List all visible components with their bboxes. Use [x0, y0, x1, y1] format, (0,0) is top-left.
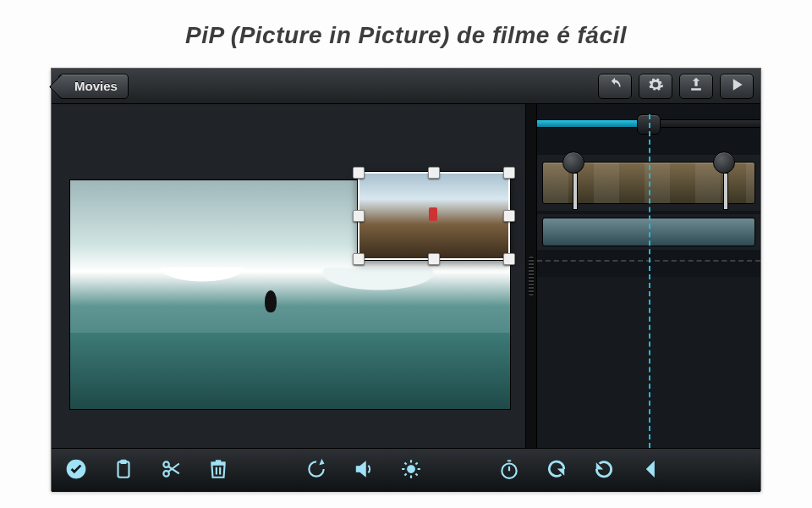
svg-rect-2 [121, 460, 127, 463]
redo-icon [546, 458, 568, 483]
bottom-toolbar [52, 448, 760, 492]
trash-icon [207, 458, 229, 483]
resize-handle-mr[interactable] [503, 210, 515, 222]
preview-pane [52, 104, 525, 448]
surfer-graphic [265, 290, 277, 312]
undo-icon [606, 76, 623, 97]
rotate-button[interactable] [304, 458, 329, 483]
brightness-button[interactable] [398, 458, 424, 483]
resize-handle-ml[interactable] [353, 210, 365, 222]
play-icon [728, 76, 745, 97]
svg-rect-1 [118, 461, 129, 477]
undo-loop-icon [593, 458, 615, 483]
scissors-icon [160, 458, 182, 483]
main-area [52, 104, 760, 448]
stopwatch-icon [498, 458, 520, 483]
resize-handle-tr[interactable] [503, 167, 515, 179]
brightness-icon [400, 458, 422, 483]
resize-handle-br[interactable] [503, 253, 515, 265]
svg-point-5 [408, 465, 415, 472]
back-button[interactable]: Movies [58, 74, 129, 99]
volume-button[interactable] [351, 458, 376, 483]
settings-button[interactable] [639, 74, 672, 99]
undo-button[interactable] [598, 74, 632, 99]
more-button[interactable] [639, 458, 664, 483]
delete-button[interactable] [206, 458, 231, 483]
check-circle-icon [65, 458, 87, 483]
pip-overlay[interactable] [358, 172, 510, 260]
resize-handle-bm[interactable] [428, 253, 440, 265]
timer-button[interactable] [497, 458, 522, 483]
divider-grip-icon [529, 257, 534, 295]
pane-divider[interactable] [525, 104, 537, 448]
top-toolbar: Movies [52, 69, 760, 104]
playhead[interactable] [649, 114, 650, 448]
redo-button[interactable] [544, 458, 569, 483]
wave-graphic [70, 268, 510, 318]
resize-handle-tl[interactable] [353, 167, 365, 179]
timeline-pane [537, 104, 760, 448]
copy-button[interactable] [111, 458, 136, 483]
resize-handle-tm[interactable] [428, 167, 440, 179]
clipboard-icon [112, 458, 134, 483]
undo-loop-button[interactable] [591, 458, 617, 483]
volume-icon [353, 458, 375, 483]
resize-handle-bl[interactable] [353, 253, 365, 265]
gear-icon [647, 76, 664, 97]
editor-frame: Movies [51, 68, 761, 491]
trim-handle-left[interactable] [562, 152, 584, 174]
preview-canvas[interactable] [70, 180, 510, 409]
play-button[interactable] [720, 74, 754, 99]
share-button[interactable] [679, 74, 713, 99]
rotate-icon [305, 458, 327, 483]
trim-handle-right[interactable] [713, 152, 735, 174]
wave-graphic [70, 333, 510, 409]
chevron-left-icon [640, 458, 662, 483]
zoom-fill [537, 120, 649, 127]
back-button-label: Movies [74, 79, 118, 93]
approve-button[interactable] [63, 458, 89, 483]
pip-content [429, 207, 437, 221]
cut-button[interactable] [158, 458, 184, 483]
share-icon [688, 76, 705, 97]
page-title: PiP (Picture in Picture) de filme é fáci… [0, 0, 812, 68]
